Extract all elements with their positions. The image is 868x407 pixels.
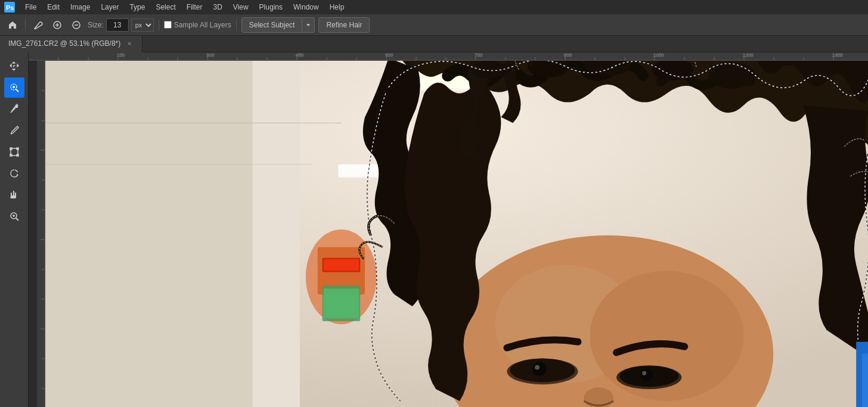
canvas-inner — [37, 61, 868, 407]
menu-image[interactable]: Image — [66, 2, 95, 13]
svg-text:1050: 1050 — [653, 52, 664, 58]
svg-text:300: 300 — [206, 52, 215, 58]
separator-2 — [159, 19, 159, 31]
left-tools-panel — [0, 52, 29, 407]
svg-rect-14 — [10, 154, 12, 156]
menu-filter[interactable]: Filter — [182, 2, 207, 13]
tool-move[interactable] — [4, 56, 24, 76]
sample-all-layers-text: Sample All Layers — [174, 21, 231, 29]
size-dropdown[interactable]: px — [131, 18, 154, 32]
select-subject-dropdown-button[interactable] — [302, 17, 315, 33]
ps-logo: Ps — [4, 1, 16, 13]
svg-rect-76 — [252, 61, 299, 407]
separator-3 — [236, 19, 237, 31]
ruler-horizontal: 150 300 450 600 750 — [29, 52, 868, 61]
size-label: Size: — [88, 21, 104, 29]
tool-hand[interactable] — [4, 185, 24, 205]
separator-1 — [25, 19, 26, 31]
sample-all-layers-checkbox[interactable] — [164, 21, 172, 29]
svg-rect-108 — [862, 354, 868, 407]
tool-lasso[interactable] — [4, 163, 24, 184]
svg-text:1350: 1350 — [832, 52, 843, 58]
menu-edit[interactable]: Edit — [42, 2, 64, 13]
svg-text:150: 150 — [117, 52, 125, 58]
svg-rect-58 — [37, 61, 45, 407]
svg-rect-13 — [17, 148, 18, 150]
svg-rect-86 — [324, 259, 359, 271]
svg-point-10 — [16, 106, 17, 108]
svg-point-99 — [640, 368, 653, 381]
menu-bar: Ps File Edit Image Layer Type Select Fil… — [0, 0, 868, 14]
menu-help[interactable]: Help — [325, 2, 349, 13]
svg-text:Ps: Ps — [6, 4, 14, 11]
tool-pen[interactable] — [4, 99, 24, 119]
size-input[interactable] — [106, 18, 129, 32]
menu-type[interactable]: Type — [125, 2, 150, 13]
svg-point-96 — [535, 365, 540, 369]
refine-hair-button[interactable]: Refine Hair — [318, 17, 370, 33]
tool-brush[interactable] — [4, 120, 24, 141]
svg-text:450: 450 — [296, 52, 304, 58]
tool-quick-selection[interactable] — [4, 77, 24, 98]
tool-transform[interactable] — [4, 142, 24, 162]
svg-rect-20 — [29, 52, 868, 61]
menu-view[interactable]: View — [228, 2, 253, 13]
size-control: Size: px — [88, 18, 154, 32]
canvas-area: 150 300 450 600 750 — [29, 52, 868, 407]
ruler-vertical — [37, 61, 45, 407]
document-tab[interactable]: IMG_2761.CR2 @ 53.1% (RGB/8*) × — [0, 36, 142, 52]
select-subject-group: Select Subject — [241, 17, 315, 33]
svg-text:600: 600 — [385, 52, 393, 58]
svg-text:900: 900 — [564, 52, 572, 58]
menu-3d[interactable]: 3D — [208, 2, 227, 13]
brush-options-button[interactable] — [30, 18, 46, 32]
add-to-selection-button[interactable] — [49, 18, 65, 32]
main-area: 150 300 450 600 750 — [0, 52, 868, 407]
menu-layer[interactable]: Layer — [96, 2, 123, 13]
svg-line-8 — [16, 89, 18, 92]
select-subject-button[interactable]: Select Subject — [241, 17, 303, 33]
menu-window[interactable]: Window — [289, 2, 324, 13]
svg-point-9 — [13, 86, 15, 88]
svg-point-100 — [642, 371, 646, 375]
subtract-from-selection-button[interactable] — [69, 18, 84, 32]
menu-select[interactable]: Select — [151, 2, 180, 13]
svg-text:750: 750 — [475, 52, 483, 58]
tool-zoom[interactable] — [4, 206, 24, 226]
photo-canvas — [45, 61, 868, 407]
tab-close-button[interactable]: × — [125, 39, 134, 48]
svg-point-95 — [532, 362, 547, 376]
svg-rect-15 — [17, 154, 18, 156]
svg-line-17 — [16, 218, 18, 220]
tab-bar: IMG_2761.CR2 @ 53.1% (RGB/8*) × — [0, 36, 868, 52]
tab-title: IMG_2761.CR2 @ 53.1% (RGB/8*) — [8, 39, 120, 48]
options-toolbar: Size: px Sample All Layers Select Subjec… — [0, 14, 868, 36]
sample-all-layers-label[interactable]: Sample All Layers — [164, 21, 231, 29]
menu-plugins[interactable]: Plugins — [255, 2, 287, 13]
svg-rect-88 — [324, 288, 359, 318]
menu-file[interactable]: File — [20, 2, 41, 13]
home-button[interactable] — [5, 18, 20, 32]
svg-text:1200: 1200 — [743, 52, 754, 58]
svg-rect-12 — [10, 148, 12, 150]
